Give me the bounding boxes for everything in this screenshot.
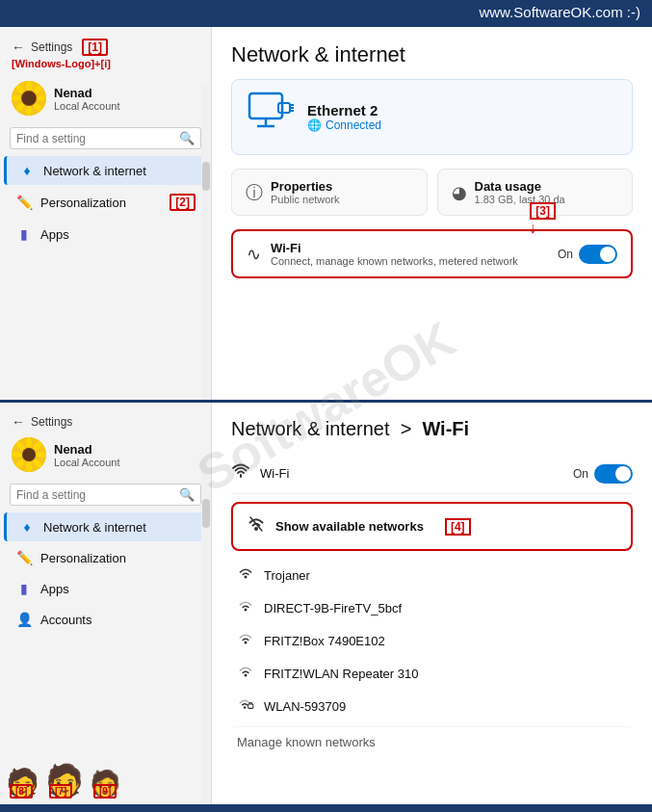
wifi-text-p1: Wi-Fi Connect, manage known networks, me… <box>271 241 518 267</box>
svg-point-8 <box>12 95 21 101</box>
wifi-label-p1: Wi-Fi <box>271 241 518 255</box>
svg-point-4 <box>37 95 46 101</box>
sidebar-panel2: ← Settings Nenad L <box>0 403 212 804</box>
sidebar-item-personalization-p1[interactable]: ✏️ Personalization [2] <box>4 187 207 218</box>
arrow-down-icon: ↓ <box>529 220 536 237</box>
nav-label-network-p1: Network & internet <box>43 164 146 178</box>
wifi-toggle-area-p2[interactable]: On <box>573 464 633 484</box>
user-info-p2: Nenad Local Account <box>54 442 120 468</box>
ethernet-name: Ethernet 2 <box>307 102 381 118</box>
sidebar-item-network-p2[interactable]: ♦ Network & internet <box>4 512 207 541</box>
wifi-row-p1[interactable]: ∿ Wi-Fi Connect, manage known networks, … <box>231 229 633 278</box>
network-item-fritzbox[interactable]: FRITZ!Box 7490E102 <box>231 624 633 657</box>
wifi-sub-p1: Connect, manage known networks, metered … <box>271 255 518 267</box>
user-sub-p2: Local Account <box>54 457 120 468</box>
network-label-repeater: FRITZ!WLAN Repeater 310 <box>264 667 418 681</box>
accounts-icon-p2: 👤 <box>15 612 33 627</box>
network-item-firetv[interactable]: DIRECT-9B-FireTV_5bcf <box>231 591 633 624</box>
network-icon-p1: ♦ <box>18 163 36 178</box>
network-list: Trojaner DIRECT-9B-FireTV_5bcf <box>231 559 633 722</box>
network-label-wlan: WLAN-593709 <box>264 699 346 714</box>
wifi-icon-repeater <box>237 665 254 682</box>
info-cards: ⓘ Properties Public network ◕ Data usage… <box>231 169 633 216</box>
nav-label-apps-p1: Apps <box>40 227 69 242</box>
wifi-icon-p2 <box>231 463 250 484</box>
sidebar-panel1: ← Settings [1] [Windows-Logo]+[i] <box>0 27 212 400</box>
back-button-p2[interactable]: ← Settings <box>0 410 211 432</box>
properties-info: Properties Public network <box>271 179 340 205</box>
search-input-p2[interactable] <box>16 488 175 502</box>
back-arrow-icon-p2: ← <box>12 414 25 430</box>
svg-point-6 <box>26 106 32 116</box>
svg-point-28 <box>254 527 258 531</box>
svg-point-19 <box>26 437 32 447</box>
data-usage-label: Data usage <box>475 179 565 194</box>
annotation-2: [2] <box>170 194 196 211</box>
avatar-p2[interactable] <box>12 437 46 472</box>
svg-point-10 <box>22 92 36 105</box>
data-usage-info: Data usage 1.83 GB, last 30 da <box>475 179 565 205</box>
back-label-p1: Settings <box>31 40 72 54</box>
wifi-simple-row-p2[interactable]: Wi-Fi On <box>231 454 633 494</box>
back-button-p1[interactable]: ← Settings [1] <box>0 35 211 58</box>
sidebar-item-personalization-p2[interactable]: ✏️ Personalization <box>4 543 207 572</box>
network-icon-p2: ♦ <box>18 519 36 535</box>
sidebar-item-apps-p2[interactable]: ▮ Apps <box>4 574 207 603</box>
network-item-trojaner[interactable]: Trojaner <box>231 559 633 591</box>
wifi-on-label-p2: On <box>573 467 588 481</box>
network-label-firetv: DIRECT-9B-FireTV_5bcf <box>264 601 402 616</box>
wifi-icon-trojaner <box>237 566 254 584</box>
network-item-wlan[interactable]: WLAN-593709 <box>231 690 633 722</box>
user-info-p1: Nenad Local Account <box>54 86 120 112</box>
svg-point-23 <box>26 462 32 472</box>
wifi-label-p2: Wi-Fi <box>260 466 289 481</box>
nav-label-apps-p2: Apps <box>40 582 69 596</box>
user-sub-p1: Local Account <box>54 100 120 112</box>
wifi-toggle-label-p1: On <box>558 248 573 261</box>
show-networks-row[interactable]: Show available networks [4] <box>231 502 633 551</box>
properties-card[interactable]: ⓘ Properties Public network <box>231 169 428 216</box>
banner-text: www.SoftwareOK.com :-) <box>479 4 640 20</box>
search-input-p1[interactable] <box>16 132 175 145</box>
svg-point-30 <box>245 576 248 579</box>
nav-label-person-p2: Personalization <box>40 551 126 565</box>
network-label-fritzbox: FRITZ!Box 7490E102 <box>264 634 385 648</box>
svg-point-34 <box>244 706 247 709</box>
nav-label-network-p2: Network & internet <box>43 520 146 535</box>
annotation-7: [7] <box>49 784 72 799</box>
breadcrumb-title: Network & internet > Wi-Fi <box>231 418 633 440</box>
wifi-icon-wlan-locked <box>237 697 254 715</box>
sidebar-item-apps-p1[interactable]: ▮ Apps <box>4 220 207 249</box>
apps-icon-p1: ▮ <box>15 226 33 242</box>
svg-rect-35 <box>248 704 253 708</box>
svg-rect-11 <box>249 93 282 118</box>
svg-point-32 <box>245 642 248 644</box>
network-item-repeater[interactable]: FRITZ!WLAN Repeater 310 <box>231 657 633 690</box>
ethernet-card[interactable]: Ethernet 2 🌐 Connected <box>231 79 633 155</box>
personalization-icon-p1: ✏️ <box>15 195 33 210</box>
nav-label-accounts-p2: Accounts <box>40 613 91 627</box>
wifi-toggle-switch-p2[interactable] <box>594 464 633 484</box>
content-panel2: Network & internet > Wi-Fi Wi-Fi On <box>212 403 652 804</box>
user-name-p2: Nenad <box>54 442 120 457</box>
svg-point-31 <box>245 609 248 612</box>
svg-point-21 <box>37 452 46 458</box>
content-panel1: Network & internet Ethernet 2 <box>212 27 652 400</box>
search-box-p1[interactable]: 🔍 <box>10 127 201 149</box>
chart-icon: ◕ <box>452 182 467 203</box>
sidebar-item-accounts-p2[interactable]: 👤 Accounts <box>4 605 207 634</box>
properties-sub: Public network <box>271 194 340 205</box>
wifi-toggle-area-p1[interactable]: On <box>558 245 617 264</box>
annotation-3: [3] <box>530 202 556 220</box>
avatar-p1[interactable] <box>12 81 46 116</box>
search-box-p2[interactable]: 🔍 <box>10 484 201 506</box>
shortcut-label: [Windows-Logo]+[i] <box>0 58 211 75</box>
wifi-toggle-p1[interactable] <box>579 245 617 264</box>
manage-networks-row[interactable]: Manage known networks <box>231 726 633 757</box>
wifi-icon-firetv <box>237 599 254 616</box>
wifi-icon-p1: ∿ <box>247 244 261 265</box>
wifi-icon-fritzbox <box>237 632 254 649</box>
sidebar-item-network-p1[interactable]: ♦ Network & internet <box>4 156 207 185</box>
apps-icon-p2: ▮ <box>15 581 33 596</box>
network-label-trojaner: Trojaner <box>264 568 310 583</box>
